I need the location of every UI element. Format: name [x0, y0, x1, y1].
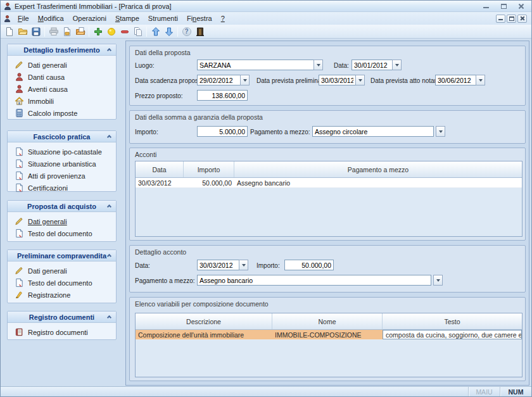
column-header-nome[interactable]: Nome — [272, 313, 383, 329]
print-button[interactable] — [47, 25, 60, 38]
new-document-icon — [4, 27, 15, 37]
group-title: Preliminare compravendita — [17, 252, 106, 260]
group-header-dettaglio-trasferimento[interactable]: Dettaglio trasferimento — [8, 44, 116, 56]
menu-file[interactable]: File — [13, 13, 34, 23]
collapse-chevron-icon — [107, 315, 111, 320]
cell-descrizione: Composizione dell'unità immobiliare — [136, 330, 272, 339]
sidebar-item-label: Testo del documento — [28, 230, 92, 237]
scadenza-label: Data scadenza proposta: — [135, 77, 205, 84]
column-header-data[interactable]: Data — [136, 161, 184, 177]
table-row[interactable]: Composizione dell'unità immobiliare IMMO… — [136, 330, 522, 340]
collapse-chevron-icon — [107, 48, 111, 53]
table-row[interactable]: 30/03/2012 50.000,00 Assegno bancario — [136, 178, 522, 188]
mdi-restore-button[interactable] — [507, 15, 516, 23]
prezzo-input[interactable] — [197, 90, 248, 101]
copy-document-button[interactable] — [131, 25, 144, 38]
document-icon — [15, 278, 24, 287]
menu-modifica[interactable]: Modifica — [34, 13, 68, 23]
minimize-button[interactable] — [482, 3, 490, 9]
cell-testo-editor[interactable]: composta da cucina, soggiorno, due camer… — [383, 330, 522, 339]
notarile-dropdown-button[interactable] — [476, 75, 485, 85]
column-header-descrizione[interactable]: Descrizione — [136, 313, 272, 329]
sidebar-item-preliminare-dati-generali[interactable]: Dati generali — [8, 265, 116, 277]
save-button[interactable] — [29, 25, 42, 38]
mdi-close-button[interactable] — [517, 15, 527, 23]
sidebar-item-situazione-ipo-catastale[interactable]: Situazione ipo-catastale — [8, 146, 116, 158]
sidebar-item-danti-causa[interactable]: Danti causa — [8, 71, 116, 83]
restore-button[interactable] — [500, 3, 507, 9]
add-button[interactable] — [91, 25, 104, 38]
toolbar: ? — [1, 25, 531, 39]
sidebar-item-atti-di-provenienza[interactable]: Atti di provenienza — [8, 170, 116, 182]
data-input[interactable] — [352, 60, 392, 70]
acconto-pagamento-input[interactable] — [197, 275, 431, 286]
help-icon: ? — [182, 27, 191, 36]
scadenza-input[interactable] — [197, 75, 240, 85]
sidebar-item-calcolo-imposte[interactable]: Calcolo imposte — [8, 107, 116, 119]
acconto-importo-input[interactable] — [284, 260, 334, 270]
sidebar-item-aventi-causa[interactable]: Aventi causa — [8, 83, 116, 95]
acconto-data-input[interactable] — [197, 260, 239, 270]
luogo-dropdown-button[interactable] — [314, 60, 323, 70]
sidebar-item-label: Dati generali — [28, 218, 67, 225]
menu-stampe[interactable]: Stampe — [111, 13, 144, 23]
export-document-button[interactable] — [60, 25, 73, 38]
scadenza-dropdown-button[interactable] — [240, 75, 250, 85]
toolbar-separator — [89, 27, 89, 37]
column-header-importo[interactable]: Importo — [184, 161, 234, 177]
sidebar-item-label: Testo del documento — [28, 279, 92, 287]
mdi-minimize-button[interactable] — [496, 15, 505, 23]
pagamento-input[interactable] — [312, 126, 434, 137]
group-header-proposta-di-acquisto[interactable]: Proposta di acquisto — [8, 201, 116, 212]
sidebar-item-label: Situazione urbanistica — [28, 160, 96, 168]
move-up-button[interactable] — [149, 25, 162, 38]
preliminare-label: Data prevista preliminare: — [256, 77, 329, 84]
edit-button[interactable] — [104, 25, 118, 38]
notarile-input[interactable] — [435, 75, 476, 85]
new-document-button[interactable] — [3, 25, 16, 38]
help-button[interactable]: ? — [180, 25, 193, 38]
column-header-testo[interactable]: Testo — [383, 313, 522, 329]
group-header-registro-documenti[interactable]: Registro documenti — [8, 312, 116, 323]
menu-finestra[interactable]: Finestra — [182, 13, 217, 23]
group-header-preliminare-compravendita[interactable]: Preliminare compravendita — [8, 250, 116, 262]
sidebar-item-registro-documenti[interactable]: Registro documenti — [8, 326, 116, 338]
preliminare-input[interactable] — [319, 75, 355, 85]
close-button[interactable] — [517, 3, 525, 9]
calculator-icon — [15, 108, 24, 118]
toolbar-separator — [177, 27, 178, 37]
acconto-data-dropdown-button[interactable] — [239, 260, 248, 270]
group-title: Proposta di acquisto — [27, 203, 96, 210]
sidebar-item-situazione-urbanistica[interactable]: Situazione urbanistica — [8, 158, 116, 170]
luogo-combobox — [197, 60, 323, 70]
acconto-data-datepicker — [197, 260, 248, 270]
move-down-button[interactable] — [162, 25, 175, 38]
importo-input[interactable] — [197, 126, 248, 137]
data-dropdown-button[interactable] — [392, 60, 402, 70]
save-icon — [31, 27, 41, 37]
print-icon — [49, 27, 59, 37]
sidebar-item-preliminare-testo-documento[interactable]: Testo del documento — [8, 277, 116, 289]
luogo-input[interactable] — [197, 60, 314, 70]
acconto-pagamento-dropdown-button[interactable] — [433, 275, 443, 286]
open-document-folder-button[interactable] — [73, 25, 87, 38]
sidebar-item-proposta-testo-documento[interactable]: Testo del documento — [8, 227, 116, 239]
num-lock-indicator: NUM — [500, 387, 531, 396]
exit-button[interactable] — [193, 25, 206, 38]
sidebar-item-dati-generali[interactable]: Dati generali — [8, 59, 116, 71]
sidebar-item-certificazioni[interactable]: Certificazioni — [8, 182, 116, 194]
sidebar-item-proposta-dati-generali[interactable]: Dati generali — [8, 215, 116, 227]
menu-help[interactable]: ? — [217, 13, 229, 23]
sidebar-item-immobili[interactable]: Immobili — [8, 95, 116, 107]
delete-button[interactable] — [118, 25, 131, 38]
pagamento-dropdown-button[interactable] — [436, 126, 445, 137]
menu-strumenti[interactable]: Strumenti — [144, 13, 182, 23]
preliminare-dropdown-button[interactable] — [355, 75, 365, 85]
notarile-datepicker — [435, 75, 485, 85]
menu-operazioni[interactable]: Operazioni — [68, 13, 111, 23]
open-button[interactable] — [16, 25, 29, 38]
column-header-pagamento[interactable]: Pagamento a mezzo — [234, 161, 522, 177]
group-header-fascicolo-pratica[interactable]: Fascicolo pratica — [8, 131, 116, 142]
document-icon — [15, 229, 24, 238]
sidebar-item-registrazione[interactable]: Registrazione — [8, 289, 116, 301]
